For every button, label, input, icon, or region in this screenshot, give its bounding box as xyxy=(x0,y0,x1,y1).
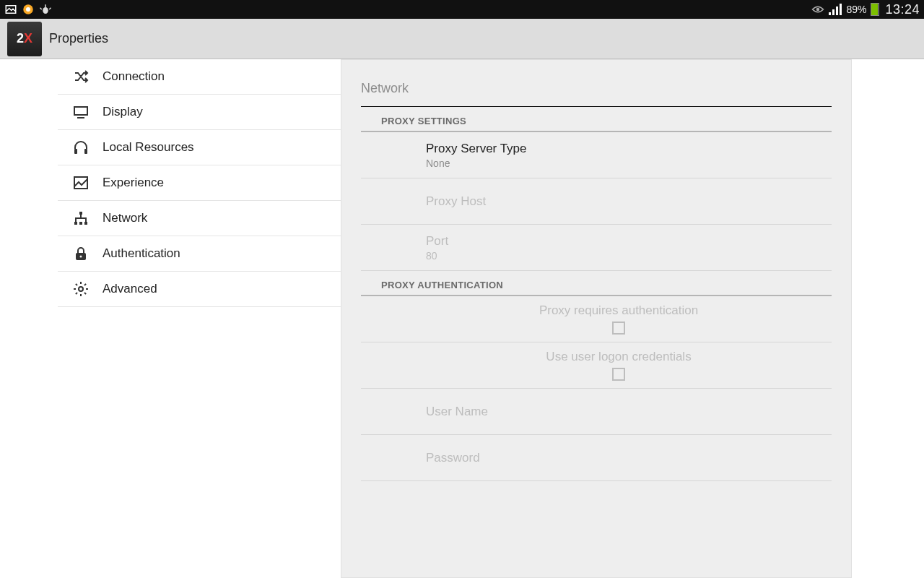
sidebar-item-label: Authentication xyxy=(103,246,180,261)
sidebar-item-authentication[interactable]: Authentication xyxy=(58,236,341,272)
panel-title: Network xyxy=(341,71,852,106)
svg-rect-10 xyxy=(836,7,838,15)
sidebar-item-experience[interactable]: Experience xyxy=(58,165,341,201)
pref-title: Port xyxy=(426,234,811,249)
page-title: Properties xyxy=(49,31,108,46)
sidebar-item-connection[interactable]: Connection xyxy=(58,59,341,95)
sidebar-item-display[interactable]: Display xyxy=(58,95,341,130)
pref-proxy-host: Proxy Host xyxy=(361,178,832,225)
pref-port: Port 80 xyxy=(361,225,832,271)
gallery-notification-icon xyxy=(4,3,17,16)
pref-title: Proxy requires authentication xyxy=(539,303,698,322)
pref-title: User Name xyxy=(426,405,811,419)
picture-icon xyxy=(72,174,90,191)
svg-rect-19 xyxy=(79,222,82,225)
detail-panel: Network PROXY SETTINGS Proxy Server Type… xyxy=(341,59,852,578)
section-header-proxy-auth: PROXY AUTHENTICATION xyxy=(361,271,832,296)
sidebar-item-label: Advanced xyxy=(103,282,157,296)
pref-subtitle: None xyxy=(426,158,811,169)
sidebar-item-label: Network xyxy=(103,211,147,225)
pref-title: Proxy Server Type xyxy=(426,142,811,156)
battery-icon xyxy=(871,3,879,16)
section-header-proxy-settings: PROXY SETTINGS xyxy=(361,107,832,132)
svg-rect-9 xyxy=(832,9,834,15)
svg-rect-8 xyxy=(829,12,831,15)
settings-sidebar: Connection Display Local Resources Exper… xyxy=(58,59,341,578)
left-gutter xyxy=(0,59,58,578)
svg-rect-11 xyxy=(840,4,842,15)
pref-subtitle: 80 xyxy=(426,250,811,262)
svg-rect-17 xyxy=(79,212,82,215)
svg-rect-20 xyxy=(84,222,87,225)
svg-rect-12 xyxy=(74,107,87,115)
android-status-bar: 89% 13:24 xyxy=(0,0,924,19)
clock: 13:24 xyxy=(885,2,920,17)
svg-rect-16 xyxy=(74,177,87,189)
debug-notification-icon xyxy=(39,3,52,16)
svg-rect-15 xyxy=(84,149,87,154)
pref-title: Proxy Host xyxy=(426,194,811,209)
sidebar-item-label: Connection xyxy=(103,69,165,84)
svg-point-22 xyxy=(80,256,82,258)
app-logo[interactable]: 2X xyxy=(7,22,42,56)
headphones-icon xyxy=(72,139,90,156)
sidebar-item-label: Local Resources xyxy=(103,140,194,155)
signal-icon xyxy=(829,3,842,16)
svg-point-3 xyxy=(43,7,48,14)
sidebar-item-label: Experience xyxy=(103,176,164,190)
pref-password: Password xyxy=(361,435,832,481)
svg-point-23 xyxy=(79,287,83,291)
pref-user-name: User Name xyxy=(361,389,832,435)
smart-stay-icon xyxy=(811,3,824,16)
app-notification-icon xyxy=(22,3,35,16)
lock-icon xyxy=(72,245,90,262)
svg-rect-14 xyxy=(74,149,77,154)
checkbox xyxy=(612,322,625,335)
action-bar: 2X Properties xyxy=(0,19,924,59)
sidebar-item-network[interactable]: Network xyxy=(58,201,341,236)
gear-icon xyxy=(72,280,90,298)
pref-proxy-requires-auth: Proxy requires authentication xyxy=(361,296,832,342)
svg-point-7 xyxy=(816,8,820,12)
pref-title: Password xyxy=(426,451,811,465)
battery-percent: 89% xyxy=(846,4,866,15)
pref-proxy-server-type[interactable]: Proxy Server Type None xyxy=(361,132,832,178)
checkbox xyxy=(612,368,625,381)
monitor-icon xyxy=(72,103,90,121)
pref-title: Use user logon credentials xyxy=(546,350,691,368)
svg-line-5 xyxy=(40,8,42,9)
pref-use-logon-credentials: Use user logon credentials xyxy=(361,342,832,389)
sidebar-item-local-resources[interactable]: Local Resources xyxy=(58,130,341,165)
svg-line-6 xyxy=(49,8,51,9)
network-icon xyxy=(72,210,90,227)
sidebar-item-label: Display xyxy=(103,105,143,119)
shuffle-icon xyxy=(72,68,90,85)
sidebar-item-advanced[interactable]: Advanced xyxy=(58,272,341,307)
svg-point-2 xyxy=(26,7,30,12)
svg-rect-18 xyxy=(74,222,77,225)
right-gutter xyxy=(852,59,924,578)
